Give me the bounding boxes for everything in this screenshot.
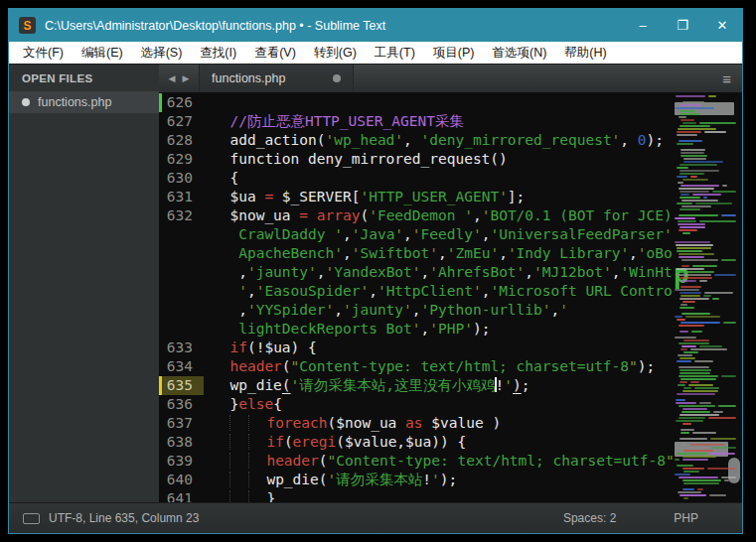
code-text: add_action('wp_head', 'deny_mirrored_req… xyxy=(204,131,673,150)
code-text: ApacheBench','Swiftbot','ZmEu','Indy Lib… xyxy=(204,244,673,263)
code-line[interactable]: 627 //防止恶意HTTP_USER_AGENT采集 xyxy=(159,112,673,131)
status-panel-icon[interactable] xyxy=(23,513,40,524)
tab-label: functions.php xyxy=(212,71,333,85)
line-number: 635 xyxy=(159,376,204,395)
menu-item[interactable]: 查找(I) xyxy=(191,45,245,62)
title-bar[interactable]: S C:\Users\Administrator\Desktop\functio… xyxy=(9,9,742,42)
code-line[interactable]: 636 }else{ xyxy=(159,395,673,414)
code-line[interactable]: 633 if(!$ua) { xyxy=(159,339,673,357)
tab-next-icon[interactable]: ▶ xyxy=(183,73,190,83)
indent-setting-status[interactable]: Spaces: 2 xyxy=(563,511,616,525)
minimize-button[interactable]: – xyxy=(623,9,663,42)
tab-scroll-arrows: ◀ ▶ xyxy=(159,65,199,92)
code-text: { xyxy=(204,169,673,188)
sublime-window: S C:\Users\Administrator\Desktop\functio… xyxy=(8,8,743,534)
code-line-wrap[interactable]: lightDeckReports Bot','PHP'); xyxy=(159,320,673,339)
line-number: 631 xyxy=(159,188,204,206)
code-text: header("Content-type: text/html; charset… xyxy=(204,452,673,471)
code-line[interactable]: 638 if(eregi($value,$ua)) { xyxy=(159,433,673,452)
code-text xyxy=(204,93,673,112)
gutter-diff-marker xyxy=(159,93,162,112)
code-text: //防止恶意HTTP_USER_AGENT采集 xyxy=(204,112,673,131)
syntax-mode-status[interactable]: PHP xyxy=(674,511,698,525)
code-line-wrap[interactable]: CrawlDaddy ','Java','Feedly','UniversalF… xyxy=(159,225,673,244)
line-number xyxy=(159,263,204,282)
line-number: 641 xyxy=(159,489,204,502)
sublime-logo-icon: S xyxy=(19,17,36,34)
code-text: wp_die('请勿采集本站,这里没有小鸡鸡!'); xyxy=(204,376,673,395)
code-text: function deny_mirrored_request() xyxy=(204,150,673,169)
code-line-wrap[interactable]: ,'YYSpider','jaunty','Python-urllib',' xyxy=(159,301,673,320)
menu-item[interactable]: 转到(G) xyxy=(305,45,366,62)
code-text: $ua = $_SERVER['HTTP_USER_AGENT']; xyxy=(204,188,673,206)
menu-item[interactable]: 编辑(E) xyxy=(73,45,132,62)
tab-bar: ◀ ▶ functions.php ≡ xyxy=(159,65,742,92)
close-button[interactable]: ✕ xyxy=(702,9,742,42)
code-line-wrap[interactable]: ,'jaunty','YandexBot','AhrefsBot','MJ12b… xyxy=(159,263,673,282)
scrollbar-thumb[interactable] xyxy=(728,458,740,483)
cursor-position-status: UTF-8, Line 635, Column 23 xyxy=(49,511,199,525)
code-line[interactable]: 629 function deny_mirrored_request() xyxy=(159,150,673,169)
code-line[interactable]: 631 $ua = $_SERVER['HTTP_USER_AGENT']; xyxy=(159,188,673,206)
open-files-header: OPEN FILES xyxy=(9,65,159,91)
sidebar-item-functions-php[interactable]: functions.php xyxy=(9,91,159,113)
code-line[interactable]: 634 header("Content-type: text/html; cha… xyxy=(159,357,673,376)
code-line[interactable]: 632 $now_ua = array('FeedDemon ','BOT/0.… xyxy=(159,206,673,225)
line-number: 634 xyxy=(159,357,204,376)
line-number: 629 xyxy=(159,150,204,169)
editor-column: ◀ ▶ functions.php ≡ 626627 //防止恶意HTTP_US… xyxy=(159,65,742,502)
menu-item[interactable]: 选择(S) xyxy=(132,45,192,62)
status-bar: UTF-8, Line 635, Column 23 Spaces: 2 PHP xyxy=(9,502,742,533)
code-text: ','EasouSpider','HttpClient','Microsoft … xyxy=(204,282,673,301)
tab-functions-php[interactable]: functions.php xyxy=(199,65,354,92)
code-line[interactable]: 637 foreach($now_ua as $value ) xyxy=(159,414,673,433)
line-number: 640 xyxy=(159,471,204,489)
tab-modified-dot-icon xyxy=(333,74,341,82)
line-number: 627 xyxy=(159,112,204,131)
line-number xyxy=(159,282,204,301)
code-text: }else{ xyxy=(204,395,673,414)
code-line[interactable]: 640 wp_die('请勿采集本站!'); xyxy=(159,471,673,489)
code-text: lightDeckReports Bot','PHP'); xyxy=(204,320,673,339)
tab-prev-icon[interactable]: ◀ xyxy=(169,73,176,83)
code-line[interactable]: 635 wp_die('请勿采集本站,这里没有小鸡鸡!'); xyxy=(159,376,673,395)
menu-item[interactable]: 首选项(N) xyxy=(484,45,556,62)
code-line[interactable]: 639 header("Content-type: text/html; cha… xyxy=(159,452,673,471)
line-number xyxy=(159,225,204,244)
menu-item[interactable]: 帮助(H) xyxy=(555,45,615,62)
line-number: 633 xyxy=(159,339,204,357)
code-editor[interactable]: 626627 //防止恶意HTTP_USER_AGENT采集628 add_ac… xyxy=(159,92,673,502)
code-line[interactable]: 628 add_action('wp_head', 'deny_mirrored… xyxy=(159,131,673,150)
sidebar: OPEN FILES functions.php xyxy=(9,65,159,502)
code-text: if(eregi($value,$ua)) { xyxy=(204,433,673,452)
menu-item[interactable]: 工具(T) xyxy=(366,45,424,62)
code-text: wp_die('请勿采集本站!'); xyxy=(204,471,673,489)
code-text: CrawlDaddy ','Java','Feedly','UniversalF… xyxy=(204,225,673,244)
line-number: 632 xyxy=(159,206,204,225)
sidebar-file-label: functions.php xyxy=(38,95,111,109)
window-title: C:\Users\Administrator\Desktop\functions… xyxy=(45,19,385,33)
code-text: if(!$ua) { xyxy=(204,339,673,357)
line-number: 637 xyxy=(159,414,204,433)
maximize-button[interactable]: ❐ xyxy=(663,9,702,42)
code-line-wrap[interactable]: ApacheBench','Swiftbot','ZmEu','Indy Lib… xyxy=(159,244,673,263)
code-text: ,'jaunty','YandexBot','AhrefsBot','MJ12b… xyxy=(204,263,673,282)
modified-bullet-icon xyxy=(22,98,30,106)
menu-item[interactable]: 文件(F) xyxy=(14,45,73,62)
line-number: 638 xyxy=(159,433,204,452)
menu-bar: 文件(F)编辑(E)选择(S)查找(I)查看(V)转到(G)工具(T)项目(P)… xyxy=(9,42,742,65)
code-text: $now_ua = array('FeedDemon ','BOT/0.1 (B… xyxy=(204,206,673,225)
code-line-wrap[interactable]: ','EasouSpider','HttpClient','Microsoft … xyxy=(159,282,673,301)
menu-item[interactable]: 查看(V) xyxy=(245,45,305,62)
minimap[interactable]: p xyxy=(673,92,742,502)
code-text: header("Content-type: text/html; charset… xyxy=(204,357,673,376)
code-line[interactable]: 626 xyxy=(159,93,673,112)
line-number xyxy=(159,244,204,263)
code-text: } xyxy=(204,489,673,502)
tab-overflow-menu-icon[interactable]: ≡ xyxy=(722,71,731,86)
window-controls: – ❐ ✕ xyxy=(623,9,742,42)
code-line[interactable]: 630 { xyxy=(159,169,673,188)
code-line[interactable]: 641 } xyxy=(159,489,673,502)
menu-item[interactable]: 项目(P) xyxy=(424,45,484,62)
line-number: 636 xyxy=(159,395,204,414)
